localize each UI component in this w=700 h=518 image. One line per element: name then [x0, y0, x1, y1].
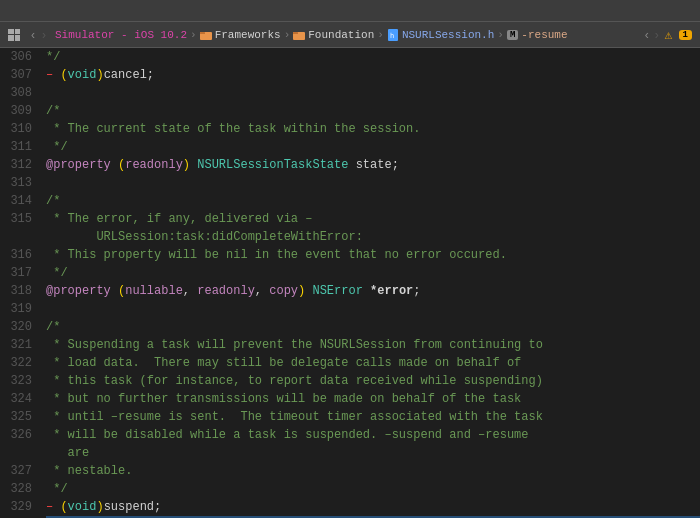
breadcrumb-bar: ‹ › Simulator - iOS 10.2 › Frameworks › …: [0, 22, 700, 48]
code-line: – (void)suspend;: [46, 498, 700, 516]
line-number: 320: [0, 318, 32, 336]
nav-forward-button[interactable]: ›: [40, 28, 48, 42]
paren-token: (: [60, 68, 67, 82]
type-token: NSError: [312, 284, 362, 298]
line-number: 324: [0, 390, 32, 408]
sep2: ›: [284, 29, 291, 41]
right-nav-back[interactable]: ‹: [645, 28, 649, 42]
keyword-token: @property: [46, 158, 111, 172]
m-badge: M: [507, 30, 518, 40]
code-line: [46, 300, 700, 318]
code-line: * load data. There may still be delegate…: [46, 354, 700, 372]
text-token: [363, 284, 370, 298]
code-line: – (void)cancel;: [46, 66, 700, 84]
line-number: 313: [0, 174, 32, 192]
paren-token: ): [183, 158, 190, 172]
comment-token: * nestable.: [46, 464, 132, 478]
paren-token: ): [96, 500, 103, 514]
code-line: * this task (for instance, to report dat…: [46, 372, 700, 390]
code-line: /*: [46, 102, 700, 120]
line-number: 322: [0, 354, 32, 372]
text-token: ,: [183, 284, 197, 298]
line-number: 315: [0, 210, 32, 228]
code-line: * but no further transmissions will be m…: [46, 390, 700, 408]
line-number: 323: [0, 372, 32, 390]
line-number: 312: [0, 156, 32, 174]
svg-rect-1: [200, 32, 205, 34]
keyword-token: readonly: [197, 284, 255, 298]
bold-token: *error: [370, 284, 413, 298]
code-line: /*: [46, 318, 700, 336]
right-nav-forward[interactable]: ›: [655, 28, 659, 42]
comment-token: /*: [46, 194, 60, 208]
code-line: * until –resume is sent. The timeout tim…: [46, 408, 700, 426]
breadcrumb-frameworks: Frameworks: [215, 29, 281, 41]
comment-token: * Suspending a task will prevent the NSU…: [46, 338, 543, 352]
keyword-token: nullable: [125, 284, 183, 298]
line-numbers: 3063073083093103113123133143153163173183…: [0, 48, 38, 518]
code-line: /*: [46, 192, 700, 210]
line-number: 319: [0, 300, 32, 318]
line-number: 321: [0, 336, 32, 354]
keyword-token: readonly: [125, 158, 183, 172]
breadcrumb-nsurl: NSURLSession.h: [402, 29, 494, 41]
line-number: 311: [0, 138, 32, 156]
comment-token: * this task (for instance, to report dat…: [46, 374, 543, 388]
comment-token: * until –resume is sent. The timeout tim…: [46, 410, 543, 424]
keyword-token: copy: [269, 284, 298, 298]
breadcrumb-resume: -resume: [521, 29, 567, 41]
text-token: state;: [348, 158, 398, 172]
line-number: 306: [0, 48, 32, 66]
code-line: */: [46, 48, 700, 66]
comment-token: * will be disabled while a task is suspe…: [46, 428, 528, 442]
code-area: 3063073083093103113123133143153163173183…: [0, 48, 700, 518]
code-line: * nestable.: [46, 462, 700, 480]
code-line: @property (readonly) NSURLSessionTaskSta…: [46, 156, 700, 174]
sep1: ›: [190, 29, 197, 41]
minus-token: –: [46, 68, 60, 82]
line-number: 328: [0, 480, 32, 498]
line-number: 310: [0, 120, 32, 138]
code-line: * The current state of the task within t…: [46, 120, 700, 138]
code-line: */: [46, 480, 700, 498]
comment-token: URLSession:task:didCompleteWithError:: [46, 230, 363, 244]
code-line: @property (nullable, readonly, copy) NSE…: [46, 282, 700, 300]
line-number: 318: [0, 282, 32, 300]
sep3: ›: [377, 29, 384, 41]
line-number: 317: [0, 264, 32, 282]
comment-token: * The error, if any, delivered via –: [46, 212, 312, 226]
nav-back-button[interactable]: ‹: [29, 28, 37, 42]
text-token: cancel;: [104, 68, 154, 82]
line-number: 307: [0, 66, 32, 84]
svg-text:h: h: [390, 32, 394, 40]
line-number: 316: [0, 246, 32, 264]
line-number: [0, 444, 32, 462]
type-token: void: [68, 68, 97, 82]
minus-token: –: [46, 500, 60, 514]
code-line: URLSession:task:didCompleteWithError:: [46, 228, 700, 246]
folder-icon: [200, 29, 212, 41]
breadcrumb-simulator: Simulator - iOS 10.2: [55, 29, 187, 41]
folder2-icon: [293, 29, 305, 41]
warning-count: 1: [679, 30, 692, 40]
text-token: ;: [413, 284, 420, 298]
line-number: 314: [0, 192, 32, 210]
text-token: [111, 158, 118, 172]
comment-token: */: [46, 140, 68, 154]
code-line: */: [46, 138, 700, 156]
text-token: ,: [255, 284, 269, 298]
breadcrumb-foundation: Foundation: [308, 29, 374, 41]
hfile-icon: h: [387, 29, 399, 41]
comment-token: * This property will be nil in the event…: [46, 248, 507, 262]
comment-token: /*: [46, 104, 60, 118]
line-number: 308: [0, 84, 32, 102]
code-line: * The error, if any, delivered via –: [46, 210, 700, 228]
grid-icon: [8, 29, 20, 41]
paren-token: ): [96, 68, 103, 82]
code-line: are: [46, 444, 700, 462]
line-number: 329: [0, 498, 32, 516]
comment-token: * but no further transmissions will be m…: [46, 392, 521, 406]
text-token: [111, 284, 118, 298]
comment-token: */: [46, 266, 68, 280]
comment-token: */: [46, 482, 68, 496]
